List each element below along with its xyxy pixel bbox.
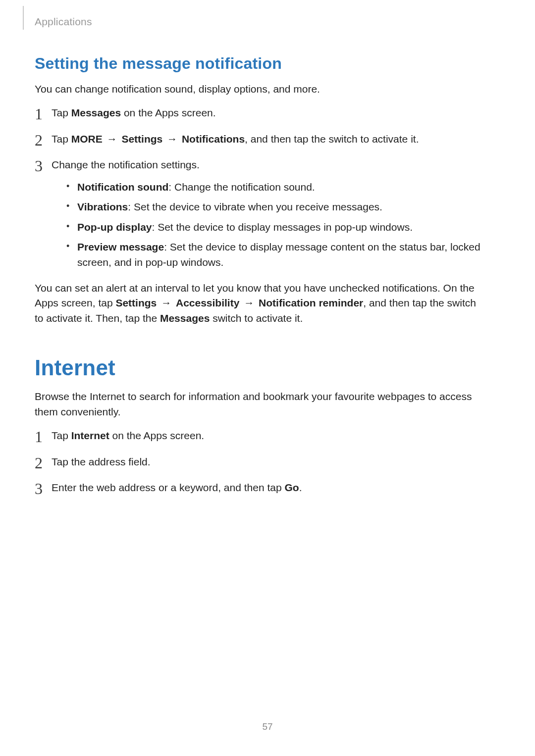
step1-suffix: on the Apps screen. — [121, 107, 215, 118]
s2-step1-suffix: on the Apps screen. — [109, 430, 204, 441]
step2-suffix: , and then tap the switch to activate it… — [245, 133, 419, 145]
bullet-vibrations: Vibrations: Set the device to vibrate wh… — [65, 200, 485, 214]
bullet-bold: Pop-up display — [77, 221, 152, 233]
step-2: Tap MORE → Settings → Notifications, and… — [35, 132, 485, 147]
section1-intro: You can change notification sound, displ… — [35, 82, 485, 97]
outro-settings: Settings — [115, 297, 157, 308]
s2-step3-suffix: . — [299, 482, 302, 493]
arrow-icon: → — [242, 296, 256, 310]
s2-step1-bold: Internet — [71, 430, 109, 441]
section-title-internet: Internet — [35, 355, 485, 380]
bullet-rest: : Set the device to display messages in … — [152, 221, 413, 233]
arrow-icon: → — [165, 132, 179, 147]
breadcrumb: Applications — [35, 16, 92, 28]
step-3: Enter the web address or a keyword, and … — [35, 480, 485, 495]
step2-more: MORE — [71, 133, 103, 145]
arrow-1: → — [103, 133, 122, 145]
step1-bold: Messages — [71, 107, 121, 118]
outro-p3: switch to activate it. — [210, 312, 303, 324]
bullet-rest: : Change the notification sound. — [168, 181, 315, 193]
step-1: Tap Messages on the Apps screen. — [35, 105, 485, 120]
arrow-3: → — [157, 297, 176, 308]
outro-messages: Messages — [160, 312, 210, 324]
outro-accessibility: Accessibility — [176, 297, 239, 308]
step-1: Tap Internet on the Apps screen. — [35, 428, 485, 443]
bullet-popup-display: Pop-up display: Set the device to displa… — [65, 220, 485, 235]
s2-step3-bold: Go — [284, 482, 299, 493]
section2-steps: Tap Internet on the Apps screen. Tap the… — [35, 428, 485, 495]
bullet-bold: Preview message — [77, 241, 164, 252]
step2-settings: Settings — [121, 133, 162, 145]
step-3: Change the notification settings. Notifi… — [35, 157, 485, 270]
s2-step3-prefix: Enter the web address or a keyword, and … — [52, 482, 284, 493]
section-subtitle-notification: Setting the message notification — [35, 54, 485, 73]
section1-outro: You can set an alert at an interval to l… — [35, 281, 485, 326]
arrow-4: → — [239, 297, 259, 308]
bullet-bold: Vibrations — [77, 201, 128, 212]
s2-step2-text: Tap the address field. — [52, 456, 151, 467]
step1-prefix: Tap — [52, 107, 71, 118]
section1-steps: Tap Messages on the Apps screen. Tap MOR… — [35, 105, 485, 270]
step2-notifications: Notifications — [182, 133, 245, 145]
step2-prefix: Tap — [52, 133, 71, 145]
page-number: 57 — [0, 721, 535, 732]
step3-sublist: Notification sound: Change the notificat… — [65, 180, 485, 270]
bullet-rest: : Set the device to vibrate when you rec… — [128, 201, 382, 212]
arrow-2: → — [162, 133, 182, 145]
bullet-bold: Notification sound — [77, 181, 168, 193]
header-rule — [23, 6, 24, 30]
arrow-icon: → — [160, 296, 173, 310]
page-content: Setting the message notification You can… — [35, 54, 500, 495]
section2-intro: Browse the Internet to search for inform… — [35, 389, 485, 419]
step-2: Tap the address field. — [35, 454, 485, 469]
s2-step1-prefix: Tap — [52, 430, 71, 441]
page: Applications Setting the message notific… — [0, 0, 535, 756]
bullet-notification-sound: Notification sound: Change the notificat… — [65, 180, 485, 195]
outro-reminder: Notification reminder — [259, 297, 363, 308]
bullet-preview-message: Preview message: Set the device to displ… — [65, 240, 485, 270]
step3-text: Change the notification settings. — [52, 159, 200, 170]
arrow-icon: → — [106, 132, 119, 147]
